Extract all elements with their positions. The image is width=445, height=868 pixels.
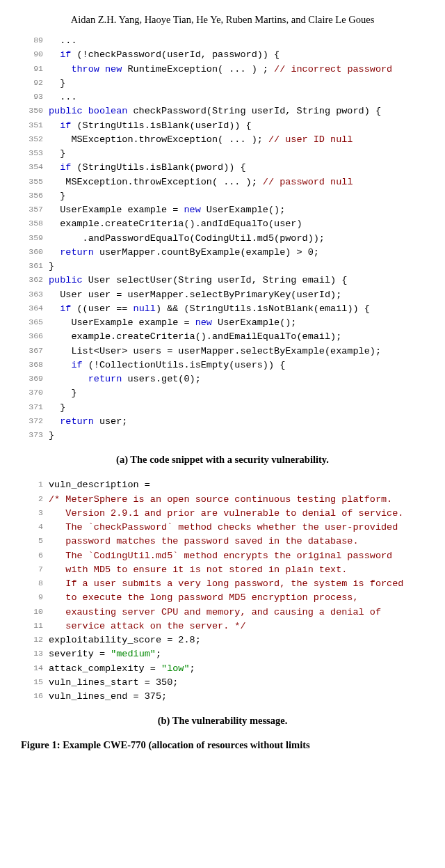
code-line: 363 User user = userMapper.selectByPrima…: [21, 288, 424, 302]
code-line: 1vuln_description =: [21, 478, 424, 492]
line-number: 13: [21, 647, 49, 661]
line-number: 363: [21, 288, 49, 302]
code-text: }: [49, 401, 65, 415]
code-line: 2/* MeterSphere is an open source contin…: [21, 493, 424, 507]
code-text: UserExample example = new UserExample();: [49, 316, 296, 330]
line-number: 367: [21, 345, 49, 358]
code-text: to execute the long password MD5 encrypt…: [49, 591, 359, 605]
code-text: }: [49, 77, 65, 90]
line-number: 91: [21, 63, 49, 77]
code-line: 16vuln_lines_end = 375;: [21, 690, 424, 704]
code-text: MSException.throwException( ... ); // us…: [49, 133, 353, 147]
line-number: 351: [21, 119, 49, 133]
code-text: /* MeterSphere is an open source continu…: [49, 493, 392, 507]
line-number: 5: [21, 535, 49, 549]
code-line: 359 .andPasswordEqualTo(CodingUtil.md5(p…: [21, 232, 424, 246]
code-text: if ((user == null) && (StringUtils.isNot…: [49, 302, 370, 316]
line-number: 92: [21, 77, 49, 90]
line-number: 359: [21, 232, 49, 246]
code-line: 360 return userMapper.countByExample(exa…: [21, 246, 424, 260]
code-text: exploitability_score = 2.8;: [49, 633, 201, 647]
line-number: 2: [21, 493, 49, 507]
code-text: exausting server CPU and memory, and cau…: [49, 606, 381, 620]
code-line: 365 UserExample example = new UserExampl…: [21, 316, 424, 330]
code-text: vuln_description =: [49, 478, 150, 492]
line-number: 358: [21, 217, 49, 231]
line-number: 356: [21, 189, 49, 203]
line-number: 350: [21, 104, 49, 118]
code-text: }: [49, 147, 65, 161]
code-text: example.createCriteria().andIdEqualTo(us…: [49, 217, 302, 231]
code-text: if (StringUtils.isBlank(pword)) {: [49, 161, 246, 175]
line-number: 354: [21, 161, 49, 175]
code-text: if (!CollectionUtils.isEmpty(users)) {: [49, 358, 285, 372]
code-line: 10 exausting server CPU and memory, and …: [21, 606, 424, 620]
code-text: The `checkPassword` method checks whethe…: [49, 521, 398, 535]
code-text: if (!checkPassword(userId, password)) {: [49, 48, 280, 62]
line-number: 16: [21, 690, 49, 704]
line-number: 368: [21, 358, 49, 372]
code-text: service attack on the server. */: [49, 620, 246, 633]
code-line: 355 MSException.throwException( ... ); /…: [21, 175, 424, 189]
code-line: 364 if ((user == null) && (StringUtils.i…: [21, 302, 424, 316]
code-line: 90 if (!checkPassword(userId, password))…: [21, 48, 424, 62]
caption-a: (a) The code snippet with a security vul…: [21, 454, 424, 466]
line-number: 15: [21, 676, 49, 690]
caption-b: (b) The vulnerability message.: [21, 715, 424, 727]
code-text: }: [49, 386, 77, 400]
code-line: 372 return user;: [21, 415, 424, 429]
line-number: 355: [21, 175, 49, 189]
code-text: example.createCriteria().andEmailEqualTo…: [49, 330, 341, 344]
code-text: return users.get(0);: [49, 372, 201, 386]
line-number: 362: [21, 274, 49, 287]
code-line: 5 password matches the password saved in…: [21, 535, 424, 549]
code-text: If a user submits a very long password, …: [49, 577, 403, 591]
code-line: 352 MSException.throwException( ... ); /…: [21, 133, 424, 147]
line-number: 353: [21, 147, 49, 161]
code-text: throw new RuntimeException( ... ) ; // i…: [49, 63, 392, 77]
code-line: 356 }: [21, 189, 424, 203]
code-line: 15vuln_lines_start = 350;: [21, 676, 424, 690]
line-number: 12: [21, 633, 49, 647]
line-number: 352: [21, 133, 49, 147]
code-text: The `CodingUtil.md5` method encrypts the…: [49, 549, 392, 563]
line-number: 360: [21, 246, 49, 260]
line-number: 372: [21, 415, 49, 429]
code-text: return userMapper.countByExample(example…: [49, 246, 319, 260]
code-line: 357 UserExample example = new UserExampl…: [21, 203, 424, 217]
code-line: 351 if (StringUtils.isBlank(userId)) {: [21, 119, 424, 133]
code-text: vuln_lines_start = 350;: [49, 676, 178, 690]
code-text: }: [49, 429, 54, 443]
line-number: 9: [21, 591, 49, 605]
code-line: 3 Version 2.9.1 and prior are vulnerable…: [21, 507, 424, 521]
code-line: 92 }: [21, 77, 424, 90]
code-line: 8 If a user submits a very long password…: [21, 577, 424, 591]
line-number: 366: [21, 330, 49, 344]
code-text: severity = "medium";: [49, 647, 161, 661]
code-text: Version 2.9.1 and prior are vulnerable t…: [49, 507, 403, 521]
line-number: 373: [21, 429, 49, 443]
line-number: 371: [21, 401, 49, 415]
line-number: 364: [21, 302, 49, 316]
code-line: 366 example.createCriteria().andEmailEqu…: [21, 330, 424, 344]
line-number: 89: [21, 34, 49, 48]
line-number: 93: [21, 90, 49, 104]
code-line: 362public User selectUser(String userId,…: [21, 274, 424, 287]
line-number: 90: [21, 48, 49, 62]
code-line: 13severity = "medium";: [21, 647, 424, 661]
code-line: 93 ...: [21, 90, 424, 104]
code-line: 12exploitability_score = 2.8;: [21, 633, 424, 647]
line-number: 1: [21, 478, 49, 492]
line-number: 3: [21, 507, 49, 521]
authors-line: Aidan Z.H. Yang, Haoye Tian, He Ye, Rube…: [21, 14, 424, 26]
code-line: 371 }: [21, 401, 424, 415]
code-text: User user = userMapper.selectByPrimaryKe…: [49, 288, 341, 302]
code-line: 9 to execute the long password MD5 encry…: [21, 591, 424, 605]
line-number: 365: [21, 316, 49, 330]
code-text: List<User> users = userMapper.selectByEx…: [49, 345, 381, 358]
figure-label: Figure 1: Example CWE-770 (allocation of…: [21, 739, 424, 751]
code-text: with MD5 to ensure it is not stored in p…: [49, 563, 347, 577]
code-line: 369 return users.get(0);: [21, 372, 424, 386]
code-listing-b: 1vuln_description =2/* MeterSphere is an…: [21, 478, 424, 704]
code-text: }: [49, 189, 65, 203]
